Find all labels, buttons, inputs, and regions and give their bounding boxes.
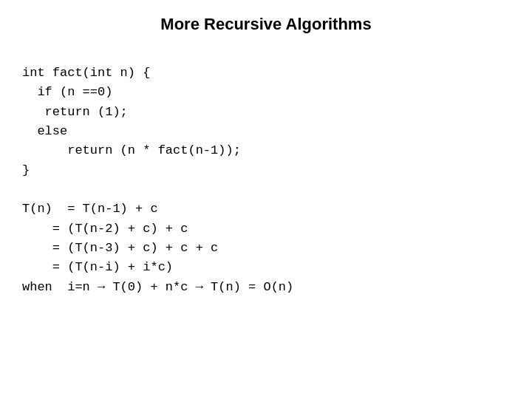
code-line-blank: [22, 180, 517, 200]
code-line-3: return (1);: [22, 103, 517, 122]
recurrence-line-5: when i=n → T(0) + n*c → T(n) = O(n): [22, 278, 517, 297]
recurrence-line-1: T(n) = T(n-1) + c: [22, 200, 517, 219]
page-title: More Recursive Algorithms: [15, 15, 517, 34]
code-line-1: int fact(int n) {: [22, 64, 517, 83]
page: More Recursive Algorithms int fact(int n…: [0, 0, 532, 399]
code-line-2: if (n ==0): [22, 83, 517, 102]
recurrence-line-2: = (T(n-2) + c) + c: [22, 219, 517, 239]
code-line-5: return (n * fact(n-1));: [22, 141, 517, 160]
code-line-4: else: [22, 122, 517, 141]
recurrence-line-4: = (T(n-i) + i*c): [22, 258, 517, 277]
code-block: int fact(int n) { if (n ==0) return (1);…: [22, 64, 517, 297]
recurrence-line-3: = (T(n-3) + c) + c + c: [22, 239, 517, 258]
code-line-6: }: [22, 161, 517, 180]
